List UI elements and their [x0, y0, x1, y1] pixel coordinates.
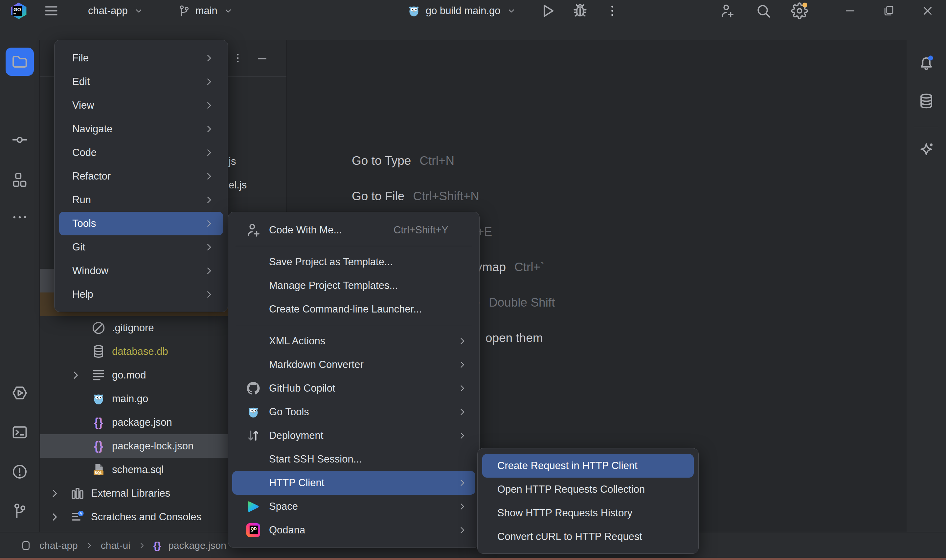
tools-menu-item-markdown-converter[interactable]: Markdown Converter [232, 353, 475, 377]
menu-item-label: GitHub Copilot [269, 382, 335, 394]
menu-item-label: Markdown Converter [269, 359, 364, 371]
menu-item-label: HTTP Client [269, 477, 324, 489]
search-everywhere-button[interactable] [753, 2, 774, 20]
restore-button[interactable] [877, 1, 901, 21]
database-file-icon [91, 344, 106, 359]
chevron-right-icon [85, 541, 94, 550]
tools-menu-item-code-with-me[interactable]: Code With Me...Ctrl+Shift+Y [232, 218, 475, 242]
chevron-right-icon [203, 289, 214, 300]
ai-assistant-icon[interactable] [912, 136, 940, 165]
menu-item-label: Start SSH Session... [269, 453, 362, 465]
tools-menu-item-space[interactable]: Space [232, 495, 475, 518]
http-menu-item-create-request-in-http-client[interactable]: Create Request in HTTP Client [482, 454, 694, 478]
project-name: chat-app [88, 5, 128, 17]
svg-text:GO: GO [14, 7, 21, 12]
version-control-tool-button[interactable] [6, 497, 34, 525]
main-menu-popup: FileEditViewNavigateCodeRefactorRunTools… [54, 40, 228, 312]
notifications-bell-icon[interactable] [912, 49, 940, 77]
http-menu-item-show-http-requests-history[interactable]: Show HTTP Requests History [482, 501, 694, 525]
project-tool-button[interactable] [6, 48, 34, 76]
breadcrumb-item[interactable]: chat-ui [101, 540, 130, 551]
tree-row-label: .gitignore [112, 322, 154, 334]
more-actions-button[interactable] [602, 2, 623, 20]
tools-menu-item-xml-actions[interactable]: XML Actions [232, 329, 475, 353]
http-menu-item-convert-curl-to-http-request[interactable]: Convert cURL to HTTP Request [482, 525, 694, 549]
braces-icon: {} [91, 439, 106, 453]
tools-menu-item-deployment[interactable]: Deployment [232, 424, 475, 448]
space-icon [244, 497, 262, 516]
right-toolbar-stripe [906, 40, 946, 532]
tools-menu-item-create-command-line-launcher[interactable]: Create Command-line Launcher... [232, 297, 475, 321]
svg-text:QD: QD [251, 526, 257, 531]
no-icon [244, 332, 262, 350]
menu-item-window[interactable]: Window [59, 259, 223, 283]
menu-item-label: View [72, 100, 94, 111]
code-with-me-button[interactable] [717, 2, 738, 20]
services-tool-button[interactable] [6, 379, 34, 407]
menu-item-run[interactable]: Run [59, 188, 223, 212]
tools-menu-item-qodana[interactable]: QDQodana [232, 518, 475, 542]
sql-icon: SQL [91, 462, 106, 477]
menu-item-label: Tools [72, 218, 96, 229]
tools-menu-item-github-copilot[interactable]: GitHub Copilot [232, 377, 475, 400]
menu-item-refactor[interactable]: Refactor [59, 165, 223, 188]
module-icon [20, 539, 32, 552]
run-configuration-selector[interactable]: go build main.go [407, 4, 516, 18]
branch-selector[interactable]: main [178, 4, 233, 17]
chevron-right-icon [457, 525, 467, 536]
chevron-right-icon [203, 147, 214, 158]
menu-item-git[interactable]: Git [59, 235, 223, 259]
project-selector[interactable]: chat-app [88, 5, 143, 17]
chevron-right-icon [457, 501, 467, 512]
menu-item-label: File [72, 52, 89, 64]
minimize-button[interactable] [838, 1, 862, 21]
chevron-right-icon [203, 194, 214, 206]
menu-item-label: Qodana [269, 524, 305, 536]
tools-menu-item-start-ssh-session[interactable]: Start SSH Session... [232, 448, 475, 471]
problems-tool-button[interactable] [6, 458, 34, 486]
menu-item-tools[interactable]: Tools [59, 212, 223, 235]
chevron-right-icon [138, 541, 146, 550]
scratches-icon [70, 509, 85, 525]
chevron-down-icon [223, 6, 233, 16]
tools-menu-item-go-tools[interactable]: Go Tools [232, 400, 475, 424]
run-button[interactable] [538, 2, 558, 20]
menu-item-label: Code With Me... [269, 224, 342, 236]
hamburger-icon[interactable] [41, 2, 62, 20]
chevron-right-icon[interactable] [47, 487, 62, 500]
settings-button[interactable] [789, 2, 810, 20]
tools-menu-item-manage-project-templates[interactable]: Manage Project Templates... [232, 274, 475, 297]
breadcrumb-item[interactable]: chat-app [39, 540, 78, 551]
title-bar: GO chat-app main go build main.go [0, 0, 946, 40]
tools-menu-item-save-project-as-template[interactable]: Save Project as Template... [232, 250, 475, 274]
commit-tool-button[interactable] [6, 126, 34, 154]
editor-hint: open them [485, 331, 543, 345]
braces-icon: {} [153, 540, 161, 551]
database-tool-button[interactable] [912, 87, 940, 115]
tree-row-label: package.json [112, 417, 172, 428]
tree-row-label: package-lock.json [112, 440, 194, 452]
structure-tool-button[interactable] [6, 166, 34, 194]
goland-logo: GO [10, 2, 28, 20]
http-menu-item-open-http-requests-collection[interactable]: Open HTTP Requests Collection [482, 478, 694, 501]
menu-item-label: Code [72, 147, 97, 158]
menu-item-view[interactable]: View [59, 94, 223, 117]
close-button[interactable] [916, 1, 940, 21]
more-tools-button[interactable] [6, 203, 34, 231]
debug-button[interactable] [570, 2, 591, 20]
chevron-right-icon[interactable] [68, 369, 83, 382]
qodana-icon: QD [244, 521, 262, 539]
gopher-icon [91, 392, 106, 406]
menu-item-help[interactable]: Help [59, 283, 223, 306]
menu-item-navigate[interactable]: Navigate [59, 117, 223, 141]
menu-item-file[interactable]: File [59, 46, 223, 70]
chevron-right-icon [457, 430, 467, 441]
menu-item-code[interactable]: Code [59, 141, 223, 165]
menu-item-edit[interactable]: Edit [59, 70, 223, 94]
terminal-tool-button[interactable] [6, 418, 34, 446]
breadcrumb[interactable]: chat-app chat-ui {} package.json [20, 539, 226, 552]
tools-menu-item-http-client[interactable]: HTTP Client [232, 471, 475, 495]
breadcrumb-item[interactable]: package.json [168, 540, 226, 551]
chevron-right-icon[interactable] [47, 511, 62, 523]
menu-item-label: Window [72, 265, 108, 277]
